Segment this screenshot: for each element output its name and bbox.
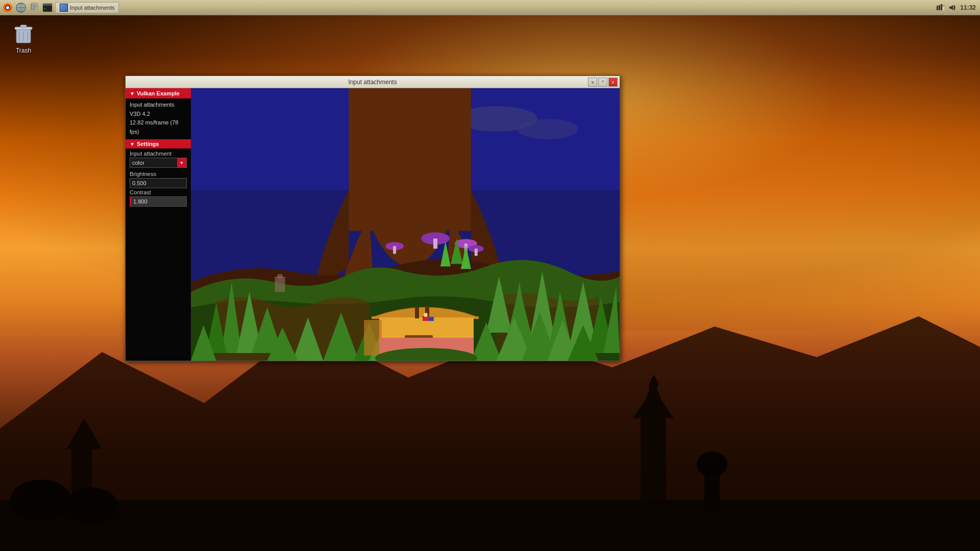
panel-header[interactable]: ▼ Vulkan Example: [126, 88, 191, 98]
window-maximize-button[interactable]: ^: [598, 78, 607, 87]
svg-rect-97: [429, 317, 434, 321]
contrast-input[interactable]: [130, 196, 187, 207]
files-icon[interactable]: [29, 2, 40, 13]
svg-rect-84: [475, 248, 478, 256]
svg-rect-14: [704, 469, 720, 510]
panel-info: Input attachments V3D 4.2 12.82 ms/frame…: [126, 98, 191, 138]
window-controls: v ^ x: [588, 78, 618, 87]
left-panel: ▼ Vulkan Example Input attachments V3D 4…: [126, 88, 191, 361]
svg-rect-5: [641, 418, 666, 510]
window-body: ▼ Vulkan Example Input attachments V3D 4…: [126, 88, 620, 361]
svg-point-12: [10, 480, 71, 520]
svg-point-47: [517, 119, 578, 139]
taskbar: >_ Input attachments: [0, 0, 980, 15]
input-attachment-value: color: [130, 160, 177, 166]
svg-rect-1: [71, 449, 92, 510]
scene-svg: [191, 88, 620, 361]
browser-icon[interactable]: [15, 2, 27, 13]
app-window: Input attachments v ^ x ▼ Vulkan Example…: [125, 76, 620, 361]
svg-rect-9: [649, 385, 657, 398]
info-line-1: Input attachments: [130, 101, 187, 110]
svg-point-96: [424, 313, 428, 317]
svg-rect-29: [43, 4, 52, 6]
svg-rect-93: [415, 307, 419, 318]
app-menu-icon[interactable]: [2, 2, 13, 13]
dropdown-arrow-icon[interactable]: ▼: [177, 158, 186, 167]
svg-rect-34: [943, 7, 944, 10]
svg-text:>_: >_: [44, 7, 48, 11]
svg-rect-24: [32, 3, 38, 10]
settings-header-text: Settings: [137, 141, 159, 147]
svg-marker-6: [633, 388, 674, 418]
window-minimize-button[interactable]: v: [588, 78, 597, 87]
info-line-3: 12.82 ms/frame (78 fps): [130, 118, 187, 136]
brightness-label: Brightness: [130, 171, 187, 177]
panel-header-arrow: ▼: [130, 91, 135, 96]
svg-rect-11: [0, 500, 980, 551]
window-titlebar[interactable]: Input attachments v ^ x: [126, 76, 620, 88]
svg-point-18: [6, 6, 9, 9]
trash-label: Trash: [16, 47, 31, 54]
svg-marker-36: [949, 5, 953, 10]
svg-rect-27: [33, 8, 35, 9]
svg-rect-26: [33, 7, 36, 7]
input-attachment-dropdown[interactable]: color ▼: [130, 158, 187, 168]
svg-rect-25: [33, 5, 36, 6]
terminal-icon[interactable]: >_: [42, 2, 53, 13]
svg-rect-31: [937, 6, 938, 10]
svg-rect-3: [79, 434, 89, 449]
window-title: Input attachments: [348, 79, 397, 86]
svg-rect-82: [393, 246, 396, 254]
network-tray-icon: [936, 3, 945, 12]
svg-rect-100: [275, 277, 285, 292]
svg-marker-2: [66, 418, 102, 449]
taskbar-right: 11:32: [932, 3, 980, 12]
window-taskbar-label: Input attachments: [70, 5, 114, 11]
panel-header-text: Vulkan Example: [137, 90, 180, 96]
svg-point-13: [66, 487, 117, 523]
svg-rect-78: [433, 238, 437, 248]
brightness-input[interactable]: [130, 178, 187, 188]
svg-rect-91: [364, 320, 382, 356]
input-attachment-label: Input attachment: [130, 151, 187, 157]
settings-arrow: ▼: [130, 141, 135, 147]
svg-point-15: [697, 452, 727, 477]
volume-tray-icon[interactable]: [948, 3, 957, 12]
taskbar-left: >_ Input attachments: [0, 2, 121, 13]
info-line-2: V3D 4.2: [130, 110, 187, 119]
svg-marker-10: [648, 375, 659, 385]
window-taskbar-button[interactable]: Input attachments: [55, 2, 119, 13]
svg-rect-33: [941, 4, 942, 10]
svg-marker-8: [646, 383, 661, 398]
svg-marker-4: [79, 423, 89, 434]
settings-header[interactable]: ▼ Settings: [126, 139, 191, 148]
trash-desktop-icon[interactable]: Trash: [11, 20, 36, 54]
svg-rect-7: [647, 398, 659, 418]
svg-rect-50: [349, 88, 471, 231]
window-taskbar-icon: [60, 4, 68, 12]
trash-icon-image: [11, 20, 36, 45]
window-close-button[interactable]: x: [608, 78, 618, 87]
scene-area: [191, 88, 620, 361]
svg-rect-101: [277, 274, 282, 278]
taskbar-time: 11:32: [960, 4, 976, 11]
contrast-label: Contrast: [130, 189, 187, 195]
settings-content: Input attachment color ▼ Brightness Cont…: [126, 148, 191, 210]
